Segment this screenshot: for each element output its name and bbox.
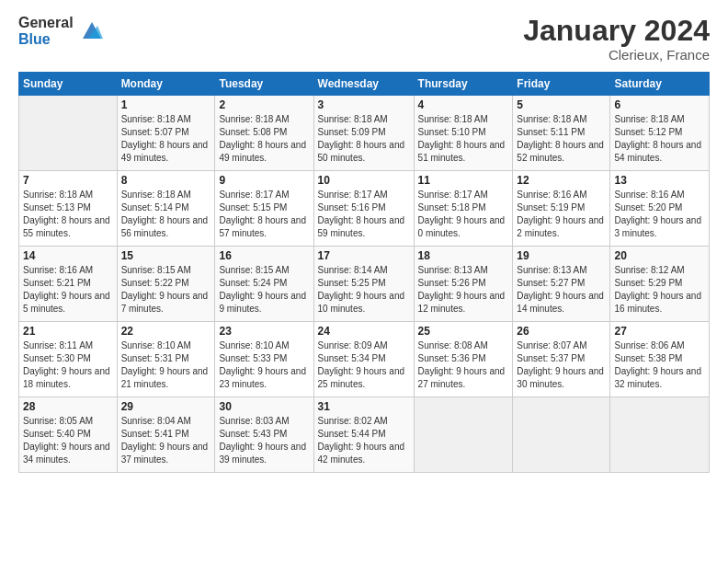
day-number: 29 xyxy=(121,400,211,413)
day-number: 15 xyxy=(121,249,211,262)
day-number: 30 xyxy=(219,400,309,413)
day-number: 14 xyxy=(23,249,113,262)
day-info: Sunrise: 8:08 AMSunset: 5:36 PMDaylight:… xyxy=(418,339,509,391)
calendar-cell: 30Sunrise: 8:03 AMSunset: 5:43 PMDayligh… xyxy=(215,397,313,473)
day-info: Sunrise: 8:09 AMSunset: 5:34 PMDaylight:… xyxy=(318,339,410,391)
day-info: Sunrise: 8:18 AMSunset: 5:07 PMDaylight:… xyxy=(121,113,211,165)
day-number: 25 xyxy=(418,325,509,338)
calendar-cell: 15Sunrise: 8:15 AMSunset: 5:22 PMDayligh… xyxy=(117,247,215,322)
calendar-cell: 16Sunrise: 8:15 AMSunset: 5:24 PMDayligh… xyxy=(215,247,313,322)
page-container: General Blue January 2024 Clerieux, Fran… xyxy=(0,0,728,563)
day-info: Sunrise: 8:18 AMSunset: 5:09 PMDaylight:… xyxy=(318,113,410,165)
calendar-cell: 8Sunrise: 8:18 AMSunset: 5:14 PMDaylight… xyxy=(117,171,215,247)
day-number: 13 xyxy=(614,174,705,187)
calendar-cell: 7Sunrise: 8:18 AMSunset: 5:13 PMDaylight… xyxy=(19,171,118,247)
calendar: Sunday Monday Tuesday Wednesday Thursday… xyxy=(18,72,710,473)
calendar-cell: 17Sunrise: 8:14 AMSunset: 5:25 PMDayligh… xyxy=(313,247,414,322)
calendar-cell: 1Sunrise: 8:18 AMSunset: 5:07 PMDaylight… xyxy=(117,96,215,171)
calendar-cell: 12Sunrise: 8:16 AMSunset: 5:19 PMDayligh… xyxy=(513,171,610,247)
day-info: Sunrise: 8:16 AMSunset: 5:20 PMDaylight:… xyxy=(614,189,705,240)
day-number: 24 xyxy=(318,325,410,338)
day-number: 31 xyxy=(318,400,410,413)
calendar-cell: 31Sunrise: 8:02 AMSunset: 5:44 PMDayligh… xyxy=(313,397,414,473)
day-number: 7 xyxy=(23,174,113,187)
col-tuesday: Tuesday xyxy=(215,73,313,96)
header-row: Sunday Monday Tuesday Wednesday Thursday… xyxy=(19,73,710,96)
header: General Blue January 2024 Clerieux, Fran… xyxy=(18,15,710,63)
day-info: Sunrise: 8:07 AMSunset: 5:37 PMDaylight:… xyxy=(517,339,606,391)
calendar-cell: 27Sunrise: 8:06 AMSunset: 5:38 PMDayligh… xyxy=(610,322,710,397)
calendar-cell: 26Sunrise: 8:07 AMSunset: 5:37 PMDayligh… xyxy=(513,322,610,397)
day-number: 27 xyxy=(614,325,705,338)
day-number: 26 xyxy=(517,325,606,338)
calendar-cell: 28Sunrise: 8:05 AMSunset: 5:40 PMDayligh… xyxy=(19,397,118,473)
day-info: Sunrise: 8:15 AMSunset: 5:24 PMDaylight:… xyxy=(219,264,309,316)
location: Clerieux, France xyxy=(523,47,710,63)
day-number: 21 xyxy=(23,325,113,338)
calendar-cell: 18Sunrise: 8:13 AMSunset: 5:26 PMDayligh… xyxy=(414,247,513,322)
day-info: Sunrise: 8:16 AMSunset: 5:19 PMDaylight:… xyxy=(517,189,606,240)
calendar-cell xyxy=(610,397,710,473)
day-number: 3 xyxy=(318,98,410,111)
calendar-cell: 11Sunrise: 8:17 AMSunset: 5:18 PMDayligh… xyxy=(414,171,513,247)
col-sunday: Sunday xyxy=(19,73,118,96)
day-info: Sunrise: 8:13 AMSunset: 5:26 PMDaylight:… xyxy=(418,264,509,316)
day-number: 23 xyxy=(219,325,309,338)
day-info: Sunrise: 8:11 AMSunset: 5:30 PMDaylight:… xyxy=(23,339,113,391)
logo-icon xyxy=(79,18,105,44)
day-number: 17 xyxy=(318,249,410,262)
day-info: Sunrise: 8:18 AMSunset: 5:10 PMDaylight:… xyxy=(418,113,509,165)
calendar-week-3: 21Sunrise: 8:11 AMSunset: 5:30 PMDayligh… xyxy=(19,322,710,397)
logo-blue: Blue xyxy=(18,31,74,48)
logo-text: General Blue xyxy=(18,15,74,47)
day-number: 1 xyxy=(121,98,211,111)
day-number: 12 xyxy=(517,174,606,187)
day-number: 20 xyxy=(614,249,705,262)
day-info: Sunrise: 8:17 AMSunset: 5:16 PMDaylight:… xyxy=(318,189,410,240)
day-info: Sunrise: 8:18 AMSunset: 5:11 PMDaylight:… xyxy=(517,113,606,165)
col-thursday: Thursday xyxy=(414,73,513,96)
day-info: Sunrise: 8:15 AMSunset: 5:22 PMDaylight:… xyxy=(121,264,211,316)
day-number: 9 xyxy=(219,174,309,187)
calendar-cell: 25Sunrise: 8:08 AMSunset: 5:36 PMDayligh… xyxy=(414,322,513,397)
calendar-cell: 2Sunrise: 8:18 AMSunset: 5:08 PMDaylight… xyxy=(215,96,313,171)
day-number: 10 xyxy=(318,174,410,187)
day-info: Sunrise: 8:17 AMSunset: 5:15 PMDaylight:… xyxy=(219,189,309,240)
col-friday: Friday xyxy=(513,73,610,96)
calendar-cell: 14Sunrise: 8:16 AMSunset: 5:21 PMDayligh… xyxy=(19,247,118,322)
calendar-cell xyxy=(513,397,610,473)
calendar-week-0: 1Sunrise: 8:18 AMSunset: 5:07 PMDaylight… xyxy=(19,96,710,171)
day-info: Sunrise: 8:16 AMSunset: 5:21 PMDaylight:… xyxy=(23,264,113,316)
day-number: 19 xyxy=(517,249,606,262)
day-info: Sunrise: 8:04 AMSunset: 5:41 PMDaylight:… xyxy=(121,415,211,466)
day-number: 18 xyxy=(418,249,509,262)
day-info: Sunrise: 8:12 AMSunset: 5:29 PMDaylight:… xyxy=(614,264,705,316)
day-info: Sunrise: 8:17 AMSunset: 5:18 PMDaylight:… xyxy=(418,189,509,240)
day-info: Sunrise: 8:18 AMSunset: 5:13 PMDaylight:… xyxy=(23,189,113,240)
calendar-cell: 24Sunrise: 8:09 AMSunset: 5:34 PMDayligh… xyxy=(313,322,414,397)
calendar-week-4: 28Sunrise: 8:05 AMSunset: 5:40 PMDayligh… xyxy=(19,397,710,473)
calendar-cell: 22Sunrise: 8:10 AMSunset: 5:31 PMDayligh… xyxy=(117,322,215,397)
day-number: 11 xyxy=(418,174,509,187)
calendar-cell xyxy=(19,96,118,171)
calendar-cell: 10Sunrise: 8:17 AMSunset: 5:16 PMDayligh… xyxy=(313,171,414,247)
day-number: 5 xyxy=(517,98,606,111)
calendar-cell: 13Sunrise: 8:16 AMSunset: 5:20 PMDayligh… xyxy=(610,171,710,247)
calendar-cell xyxy=(414,397,513,473)
day-info: Sunrise: 8:13 AMSunset: 5:27 PMDaylight:… xyxy=(517,264,606,316)
col-saturday: Saturday xyxy=(610,73,710,96)
calendar-cell: 29Sunrise: 8:04 AMSunset: 5:41 PMDayligh… xyxy=(117,397,215,473)
day-info: Sunrise: 8:02 AMSunset: 5:44 PMDaylight:… xyxy=(318,415,410,466)
calendar-cell: 19Sunrise: 8:13 AMSunset: 5:27 PMDayligh… xyxy=(513,247,610,322)
calendar-week-2: 14Sunrise: 8:16 AMSunset: 5:21 PMDayligh… xyxy=(19,247,710,322)
day-info: Sunrise: 8:03 AMSunset: 5:43 PMDaylight:… xyxy=(219,415,309,466)
calendar-cell: 6Sunrise: 8:18 AMSunset: 5:12 PMDaylight… xyxy=(610,96,710,171)
logo-general: General xyxy=(18,15,74,31)
calendar-cell: 3Sunrise: 8:18 AMSunset: 5:09 PMDaylight… xyxy=(313,96,414,171)
day-info: Sunrise: 8:06 AMSunset: 5:38 PMDaylight:… xyxy=(614,339,705,391)
day-info: Sunrise: 8:14 AMSunset: 5:25 PMDaylight:… xyxy=(318,264,410,316)
calendar-cell: 4Sunrise: 8:18 AMSunset: 5:10 PMDaylight… xyxy=(414,96,513,171)
day-info: Sunrise: 8:05 AMSunset: 5:40 PMDaylight:… xyxy=(23,415,113,466)
day-number: 2 xyxy=(219,98,309,111)
day-info: Sunrise: 8:10 AMSunset: 5:33 PMDaylight:… xyxy=(219,339,309,391)
